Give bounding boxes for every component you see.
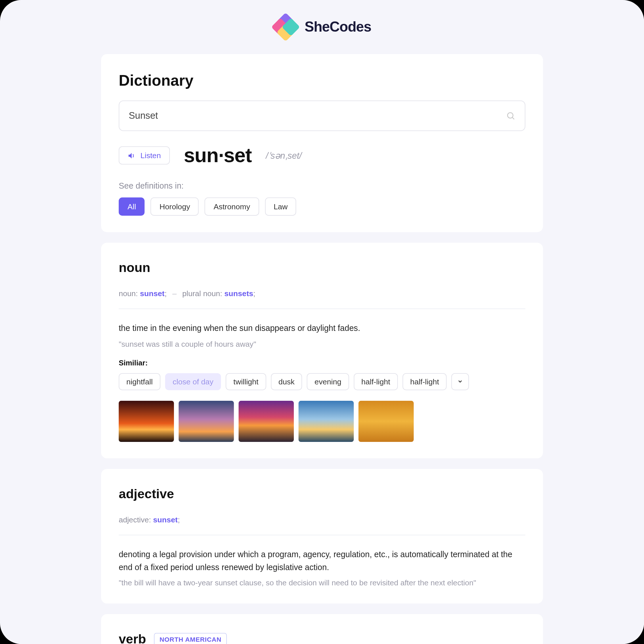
category-horology[interactable]: Horology (151, 198, 199, 216)
category-all[interactable]: All (119, 198, 145, 216)
pos-heading-verb: verb NORTH AMERICAN (119, 632, 525, 644)
region-badge: NORTH AMERICAN (154, 633, 227, 644)
chevron-down-icon (457, 379, 463, 384)
definition-text: denoting a legal provision under which a… (119, 548, 525, 574)
example-text: "the bill will have a two-year sunset cl… (119, 578, 525, 587)
synonym-chip[interactable]: twillight (226, 373, 266, 390)
thumbnail-image[interactable] (298, 401, 354, 442)
pos-heading-adjective: adjective (119, 486, 525, 502)
category-row: All Horology Astronomy Law (119, 198, 525, 216)
svg-point-0 (507, 113, 513, 118)
synonym-chip[interactable]: nightfall (119, 373, 160, 390)
logo-icon (273, 14, 299, 40)
page-title: Dictionary (119, 72, 525, 90)
listen-button[interactable]: Listen (119, 146, 170, 164)
search-input[interactable] (129, 110, 506, 121)
search-box[interactable] (119, 101, 525, 131)
phonetic: /ˈsənˌset/ (266, 150, 302, 161)
synonym-row: nightfall close of day twillight dusk ev… (119, 373, 525, 390)
headword: sun·set (184, 144, 252, 167)
definition-text: the time in the evening when the sun dis… (119, 322, 525, 335)
image-row (119, 401, 525, 442)
card-adjective: adjective adjective: sunset; denoting a … (101, 469, 543, 604)
listen-label: Listen (141, 151, 161, 160)
thumbnail-image[interactable] (239, 401, 294, 442)
synonym-chip[interactable]: half-light (354, 373, 398, 390)
synonym-chip[interactable]: evening (307, 373, 349, 390)
card-verb: verb NORTH AMERICAN verb: sunset; – 3rd … (101, 614, 543, 644)
similar-label: Similiar: (119, 359, 525, 367)
card-noun: noun noun: sunset; – plural noun: sunset… (101, 243, 543, 458)
volume-icon (128, 151, 136, 160)
forms-line-noun: noun: sunset; – plural noun: sunsets; (119, 287, 525, 309)
svg-line-1 (512, 118, 514, 119)
forms-line-adjective: adjective: sunset; (119, 513, 525, 535)
thumbnail-image[interactable] (359, 401, 414, 442)
card-search: Dictionary Listen sun·set /ˈsənˌset/ See… (101, 54, 543, 232)
category-astronomy[interactable]: Astronomy (205, 198, 259, 216)
synonym-chip[interactable]: dusk (271, 373, 302, 390)
brand-logo: SheCodes (0, 14, 644, 40)
thumbnail-image[interactable] (119, 401, 174, 442)
synonym-chip[interactable]: half-light (403, 373, 447, 390)
example-text: "sunset was still a couple of hours away… (119, 340, 525, 348)
brand-name: SheCodes (304, 19, 371, 35)
synonym-expand-button[interactable] (451, 373, 469, 390)
thumbnail-image[interactable] (179, 401, 234, 442)
pos-heading-noun: noun (119, 260, 525, 275)
see-definitions-label: See definitions in: (119, 181, 525, 191)
category-law[interactable]: Law (265, 198, 296, 216)
synonym-chip-highlighted[interactable]: close of day (165, 373, 221, 390)
search-icon (506, 111, 515, 120)
